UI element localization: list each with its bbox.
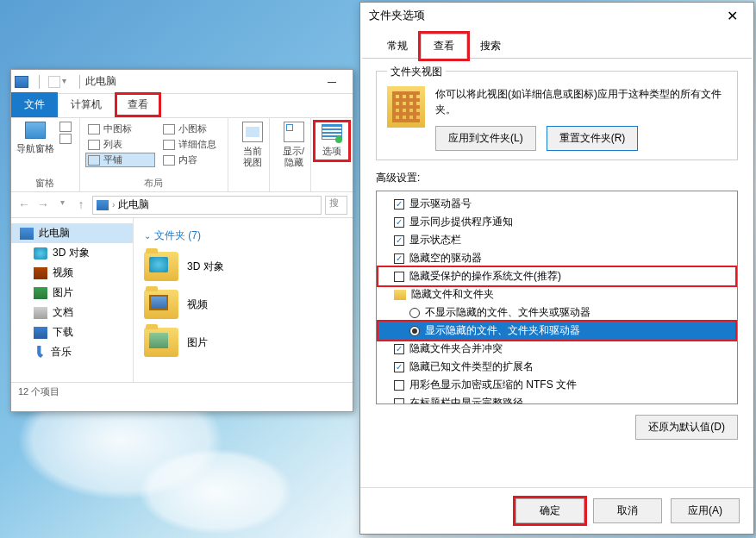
current-view[interactable]: 当前 视图 [234,122,272,168]
opt-hide-empty[interactable]: ✓隐藏空的驱动器 [378,249,735,267]
folder-view-group: 文件夹视图 你可以将此视图(如详细信息或图标)应用于这种类型的所有文件夹。 应用… [376,71,738,160]
document-icon [34,307,47,319]
folder-view-desc: 你可以将此视图(如详细信息或图标)应用于这种类型的所有文件夹。 [435,86,727,117]
group-legend: 文件夹视图 [387,65,446,79]
folder-icon [144,328,178,357]
opt-show-drive-letters[interactable]: ✓显示驱动器号 [378,195,735,213]
dialog-titlebar[interactable]: 文件夹选项 ✕ [360,3,753,28]
reset-folders-button[interactable]: 重置文件夹(R) [547,126,639,151]
tree-doc[interactable]: 文档 [11,303,133,322]
nav-tree: 此电脑 3D 对象 视频 图片 文档 下载 音乐 [11,218,134,382]
history-dropdown[interactable]: ▾ [54,197,70,213]
opt-show-hidden[interactable]: 显示隐藏的文件、文件夹和驱动器 [378,322,735,340]
picture-icon [34,287,47,299]
advanced-tree[interactable]: ✓显示驱动器号 ✓显示同步提供程序通知 ✓显示状态栏 ✓隐藏空的驱动器 隐藏受保… [376,191,738,404]
layout-details[interactable]: 详细信息 [160,137,222,152]
qat-dropdown[interactable]: ▾ [62,76,74,88]
window-title: 此电脑 [85,74,116,89]
folder-options-dialog: 文件夹选项 ✕ 常规 查看 搜索 文件夹视图 你可以将此视图(如详细信息或图标)… [359,2,754,535]
search-input[interactable]: 搜 [325,196,347,215]
tab-computer[interactable]: 计算机 [58,92,115,117]
ribbon-tabs: 文件 计算机 查看 [11,94,353,118]
tree-3d[interactable]: 3D 对象 [11,243,133,263]
layout-content[interactable]: 内容 [160,153,222,167]
address-text: 此电脑 [118,197,149,212]
pc-icon [15,76,28,88]
tab-file[interactable]: 文件 [11,92,58,117]
folder-icon [394,290,406,300]
nav-pane-label: 导航窗格 [16,142,54,155]
dtab-view[interactable]: 查看 [421,34,467,59]
opt-statusbar[interactable]: ✓显示状态栏 [378,231,735,249]
content-header[interactable]: ⌄文件夹 (7) [144,225,342,252]
show-hide[interactable]: 显示/ 隐藏 [275,122,313,168]
qat-item[interactable] [48,76,60,88]
download-icon [34,327,47,339]
status-bar: 12 个项目 [11,382,353,403]
dialog-tabs: 常规 查看 搜索 [362,28,752,59]
current-view-label: 当前 视图 [243,146,262,168]
content-area: ⌄文件夹 (7) 3D 对象 视频 图片 [134,218,353,382]
layout-list[interactable]: 列表 [85,137,155,152]
options-button[interactable]: 选项 [313,120,351,162]
opt-merge-conflict[interactable]: ✓隐藏文件夹合并冲突 [378,340,735,358]
layout-small[interactable]: 小图标 [160,122,222,136]
folder-view-icon [387,86,425,128]
dialog-title: 文件夹选项 [369,8,425,23]
folder-icon [144,252,178,281]
video-icon [34,267,47,279]
ribbon: 导航窗格 窗格 中图标 列表 平铺 小图标 详细信息 内容 [11,118,353,192]
cancel-button[interactable]: 取消 [593,498,662,523]
forward-button[interactable]: → [35,197,51,213]
opt-sync-notify[interactable]: ✓显示同步提供程序通知 [378,213,735,231]
quick-access-toolbar: ▾ [48,76,74,88]
explorer-titlebar[interactable]: ▾ 此电脑 ─ [11,70,353,94]
up-button[interactable]: ↑ [73,197,89,213]
show-hide-label: 显示/ 隐藏 [283,146,304,168]
back-button[interactable]: ← [16,197,32,213]
pc-icon [20,228,34,240]
folder-video[interactable]: 视频 [144,290,342,319]
ok-button[interactable]: 确定 [515,498,584,523]
minimize-button[interactable]: ─ [315,75,349,89]
opt-color-ntfs[interactable]: 用彩色显示加密或压缩的 NTFS 文件 [378,376,735,394]
music-icon [34,346,46,360]
details-pane[interactable] [59,134,72,144]
show-hide-icon [284,122,304,142]
apply-button[interactable]: 应用(A) [671,498,740,523]
opt-hidden-files-folder[interactable]: 隐藏文件和文件夹 [378,285,735,303]
opt-hide-ext[interactable]: ✓隐藏已知文件类型的扩展名 [378,358,735,376]
group-panes-label: 窗格 [11,177,79,190]
pc-icon [97,200,109,210]
explorer-window: ▾ 此电脑 ─ 文件 计算机 查看 导航窗格 窗格 [10,69,353,412]
tree-video[interactable]: 视频 [11,263,133,283]
folder-3d[interactable]: 3D 对象 [144,252,342,281]
layout-tiles[interactable]: 平铺 [85,153,155,167]
apply-to-folders-button[interactable]: 应用到文件夹(L) [435,126,536,151]
tab-view[interactable]: 查看 [115,92,161,117]
preview-pane[interactable] [59,122,72,132]
group-layout-label: 布局 [80,177,228,190]
dtab-search[interactable]: 搜索 [467,34,514,58]
tree-down[interactable]: 下载 [11,322,133,342]
opt-dont-show-hidden[interactable]: 不显示隐藏的文件、文件夹或驱动器 [378,303,735,322]
layout-medium[interactable]: 中图标 [85,122,155,136]
dtab-general[interactable]: 常规 [374,34,421,58]
folder-icon [144,290,178,319]
nav-pane-icon [25,122,46,139]
restore-defaults-button[interactable]: 还原为默认值(D) [635,415,738,440]
current-view-icon [242,122,263,142]
dialog-footer: 确定 取消 应用(A) [360,487,753,534]
opt-full-path[interactable]: 在标题栏中显示完整路径 [378,394,735,404]
address-input[interactable]: › 此电脑 [92,196,322,215]
close-button[interactable]: ✕ [719,8,745,24]
options-label: 选项 [322,145,341,158]
advanced-label: 高级设置: [376,171,738,185]
tree-this-pc[interactable]: 此电脑 [11,223,133,243]
opt-hide-protected[interactable]: 隐藏受保护的操作系统文件(推荐) [378,267,735,285]
folder-pic[interactable]: 图片 [144,328,342,357]
tree-music[interactable]: 音乐 [11,342,133,362]
3d-icon [34,247,47,260]
tree-pic[interactable]: 图片 [11,283,133,303]
address-bar: ← → ▾ ↑ › 此电脑 搜 [11,192,353,218]
